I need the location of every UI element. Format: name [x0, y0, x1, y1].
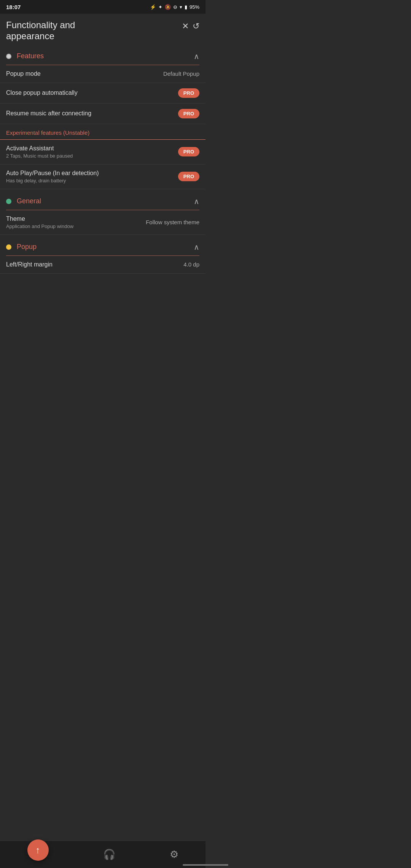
status-bar: 18:07 ⚡ ✦ 🔕 ⊖ ▾ ▮ 95% [0, 0, 206, 14]
auto-play-pro-badge: PRO [178, 172, 199, 181]
page-title: Functionality andappearance [6, 20, 182, 42]
features-chevron: ∧ [194, 52, 199, 61]
activate-assistant-item[interactable]: Activate Assistant 2 Taps, Music must be… [0, 140, 206, 164]
auto-play-subtitle: Has big delay, drain battery [6, 178, 178, 183]
battery-percent: 95% [190, 4, 199, 10]
theme-subtitle: Application and Popup window [6, 223, 146, 229]
resume-music-title: Resume music after connecting [6, 110, 178, 117]
popup-mode-title: Popup mode [6, 70, 163, 77]
popup-dot [6, 244, 11, 250]
close-popup-title: Close popup automatically [6, 89, 178, 96]
features-section-header[interactable]: Features ∧ [0, 46, 206, 65]
experimental-label: Experimental features (Unstable) [6, 129, 89, 136]
auto-play-item[interactable]: Auto Play/Pause (In ear detection) Has b… [0, 164, 206, 189]
margin-item[interactable]: Left/Right margin 4.0 dp [0, 256, 206, 274]
history-icon[interactable]: ↺ [193, 21, 199, 31]
battery-icon: ▮ [185, 4, 187, 10]
status-time: 18:07 [6, 4, 21, 10]
activate-assistant-pro-badge: PRO [178, 147, 199, 156]
popup-label: Popup [17, 243, 194, 251]
general-divider [6, 210, 199, 210]
status-icons: ⚡ ✦ 🔕 ⊖ ▾ ▮ 95% [150, 4, 199, 10]
margin-value: 4.0 dp [183, 261, 199, 268]
resume-music-item[interactable]: Resume music after connecting PRO [0, 104, 206, 124]
experimental-header: Experimental features (Unstable) [0, 124, 206, 140]
margin-title: Left/Right margin [6, 261, 183, 268]
wifi-icon: ▾ [180, 4, 182, 10]
content-area: Features ∧ Popup mode Default Popup Clos… [0, 46, 206, 304]
theme-item[interactable]: Theme Application and Popup window Follo… [0, 210, 206, 235]
page-header: Functionality andappearance ✕ ↺ [0, 14, 206, 46]
mute-icon: 🔕 [165, 4, 171, 10]
general-dot [6, 199, 11, 204]
popup-section-header[interactable]: Popup ∧ [0, 237, 206, 255]
bluetooth-icon: ✦ [158, 4, 162, 10]
theme-value: Follow system theme [146, 219, 199, 225]
general-label: General [17, 197, 194, 205]
features-label: Features [17, 52, 194, 60]
lightning-icon: ⚡ [150, 4, 156, 10]
popup-mode-value: Default Popup [163, 70, 199, 77]
features-divider [6, 65, 199, 65]
popup-divider [6, 255, 199, 256]
dnd-icon: ⊖ [173, 4, 177, 10]
popup-chevron: ∧ [194, 243, 199, 252]
general-section-header[interactable]: General ∧ [0, 191, 206, 210]
header-actions: ✕ ↺ [182, 20, 199, 31]
auto-play-title: Auto Play/Pause (In ear detection) [6, 170, 178, 177]
popup-mode-item[interactable]: Popup mode Default Popup [0, 65, 206, 83]
collapse-icon[interactable]: ✕ [182, 21, 189, 31]
activate-assistant-subtitle: 2 Taps, Music must be paused [6, 153, 178, 159]
features-dot [6, 54, 11, 59]
activate-assistant-title: Activate Assistant [6, 145, 178, 152]
close-popup-item[interactable]: Close popup automatically PRO [0, 83, 206, 104]
theme-title: Theme [6, 215, 146, 222]
resume-music-pro-badge: PRO [178, 109, 199, 118]
close-popup-pro-badge: PRO [178, 88, 199, 98]
general-chevron: ∧ [194, 197, 199, 206]
